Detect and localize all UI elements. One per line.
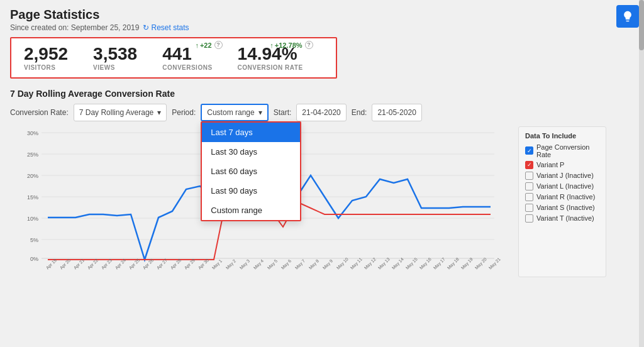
legend-item-label: Variant S (Inactive) (536, 204, 595, 211)
start-date-value: 21-04-2020 (302, 108, 340, 117)
svg-text:15%: 15% (27, 194, 38, 201)
end-date-input[interactable]: 21-05-2020 (372, 104, 421, 121)
since-label: Since created on: September 25, 2019 (10, 23, 139, 32)
chart-wrapper: 30% 25% 20% 15% 10% 5% 0% Apr 19 (10, 126, 606, 277)
conversions-label: CONVERSIONS (162, 64, 212, 71)
svg-text:May 9: May 9 (322, 258, 334, 270)
svg-text:May 6: May 6 (280, 258, 292, 270)
svg-text:May 8: May 8 (308, 258, 320, 270)
conversions-value: 441 (162, 45, 192, 64)
legend-item-label: Variant R (Inactive) (536, 193, 595, 201)
legend-item: Variant L (Inactive) (525, 182, 599, 190)
end-label: End: (352, 108, 367, 117)
svg-text:20%: 20% (27, 173, 38, 179)
start-label: Start: (274, 108, 292, 117)
views-value: 3,538 (93, 45, 137, 64)
period-dropdown-menu: Last 7 daysLast 30 daysLast 60 daysLast … (201, 121, 301, 221)
legend-item-label: Page Conversion Rate (536, 143, 599, 158)
period-control-label: Period: (172, 108, 196, 117)
main-container: Page Statistics Since created on: Septem… (0, 0, 644, 347)
views-stat: 3,538 VIEWS (93, 45, 137, 71)
svg-text:May 7: May 7 (294, 258, 306, 270)
period-select-wrapper: Custom range ▾ Last 7 daysLast 30 daysLa… (201, 104, 268, 121)
svg-text:25%: 25% (27, 151, 38, 158)
svg-text:10%: 10% (27, 216, 38, 222)
chevron-down-icon: ▾ (157, 108, 161, 117)
legend-checkbox[interactable] (525, 182, 533, 190)
visitors-value: 2,952 (24, 45, 68, 64)
period-option[interactable]: Last 30 days (202, 142, 300, 162)
legend-checkbox[interactable] (525, 214, 533, 223)
legend-items: ✓Page Conversion Rate✓Variant PVariant J… (525, 143, 599, 223)
svg-text:May 4: May 4 (253, 258, 265, 270)
reset-stats-label: Reset stats (151, 23, 189, 32)
end-date-value: 21-05-2020 (377, 108, 416, 117)
conversion-rate-badge: ↑+12.78% ? (270, 41, 313, 49)
period-chevron-icon: ▾ (258, 108, 262, 117)
visitors-label: VISITORS (24, 64, 56, 71)
conversion-rate-select-value: 7 Day Rolling Average (79, 108, 154, 117)
views-label: VIEWS (93, 64, 115, 71)
legend-item: Variant R (Inactive) (525, 193, 599, 201)
scrollbar-thumb[interactable] (639, 0, 644, 50)
period-select-value: Custom range (207, 108, 254, 117)
svg-text:30%: 30% (27, 130, 38, 136)
legend-checkbox[interactable]: ✓ (525, 146, 533, 155)
content-area: Page Statistics Since created on: Septem… (0, 0, 616, 277)
conversion-rate-label: CONVERSION RATE (238, 64, 303, 71)
period-select[interactable]: Custom range ▾ (201, 104, 268, 121)
page-title: Page Statistics (10, 8, 606, 22)
scrollbar[interactable] (639, 0, 644, 347)
legend-item-label: Variant T (Inactive) (536, 214, 594, 222)
legend-item-label: Variant P (536, 161, 564, 168)
legend-checkbox[interactable] (525, 172, 533, 180)
legend-item: Variant J (Inactive) (525, 172, 599, 180)
period-option[interactable]: Custom range (202, 201, 300, 220)
conversions-stat: ↑+22 ? 441 CONVERSIONS (162, 45, 212, 71)
conversion-rate-select[interactable]: 7 Day Rolling Average ▾ (74, 104, 167, 121)
since-row: Since created on: September 25, 2019 ↻ R… (10, 23, 606, 32)
lightbulb-icon (621, 10, 634, 23)
legend-title: Data To Include (525, 132, 599, 140)
conversion-rate-info-icon[interactable]: ? (305, 41, 313, 49)
start-date-input[interactable]: 21-04-2020 (296, 104, 346, 121)
period-option[interactable]: Last 7 days (202, 123, 300, 142)
svg-text:May 5: May 5 (267, 258, 279, 270)
legend-item: ✓Page Conversion Rate (525, 143, 599, 158)
conversion-rate-stat: ↑+12.78% ? 14.94% CONVERSION RATE (238, 45, 303, 71)
period-option[interactable]: Last 60 days (202, 162, 300, 181)
svg-text:May 1: May 1 (211, 258, 223, 270)
legend-checkbox[interactable]: ✓ (525, 161, 533, 169)
visitors-stat: 2,952 VISITORS (24, 45, 68, 71)
svg-text:5%: 5% (30, 237, 38, 243)
legend-item: Variant T (Inactive) (525, 214, 599, 223)
controls-row: Conversion Rate: 7 Day Rolling Average ▾… (10, 104, 606, 121)
conversions-badge: ↑+22 ? (195, 41, 222, 49)
svg-text:May 3: May 3 (239, 258, 251, 270)
legend-item: Variant S (Inactive) (525, 204, 599, 212)
reset-stats-button[interactable]: ↻ Reset stats (143, 23, 189, 32)
legend-checkbox[interactable] (525, 193, 533, 201)
legend-checkbox[interactable] (525, 204, 533, 212)
legend-box: Data To Include ✓Page Conversion Rate✓Va… (518, 126, 606, 277)
legend-item-label: Variant J (Inactive) (536, 172, 594, 179)
svg-text:May 2: May 2 (225, 258, 237, 270)
svg-text:0%: 0% (30, 256, 38, 262)
legend-item-label: Variant L (Inactive) (536, 182, 594, 190)
chart-section: 7 Day Rolling Average Conversion Rate Co… (10, 89, 606, 277)
lightbulb-button[interactable] (616, 5, 639, 28)
conversion-rate-control-label: Conversion Rate: (10, 108, 69, 117)
legend-item: ✓Variant P (525, 161, 599, 169)
stats-box: 2,952 VISITORS 3,538 VIEWS ↑+22 ? 441 CO… (10, 37, 337, 79)
chart-title: 7 Day Rolling Average Conversion Rate (10, 89, 606, 99)
period-option[interactable]: Last 90 days (202, 181, 300, 201)
conversions-info-icon[interactable]: ? (214, 41, 223, 49)
reset-icon: ↻ (143, 23, 149, 32)
